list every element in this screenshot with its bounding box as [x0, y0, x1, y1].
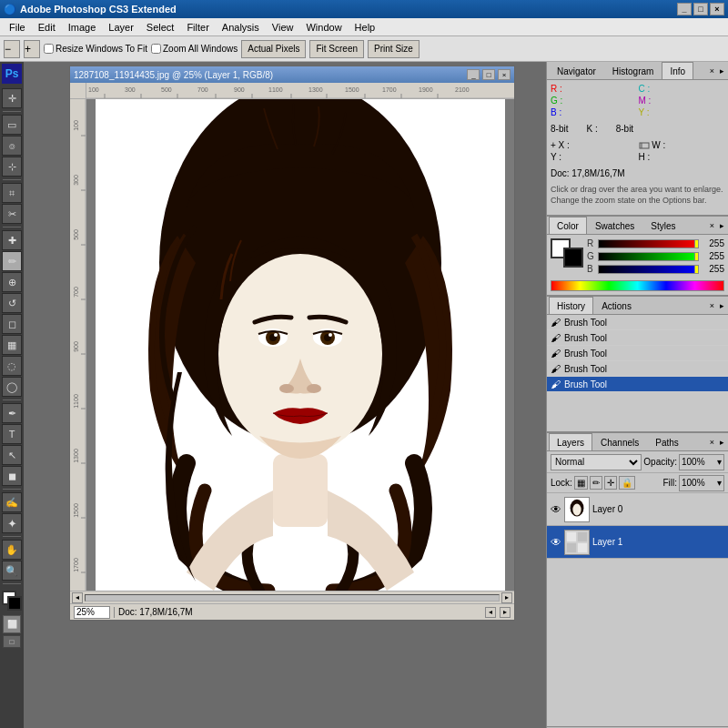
tool-move[interactable]: ✛: [2, 88, 22, 108]
tab-history[interactable]: History: [549, 297, 593, 314]
tab-layers[interactable]: Layers: [549, 433, 592, 450]
tool-notes[interactable]: ✍: [2, 492, 22, 512]
tool-slice[interactable]: ✂: [2, 204, 22, 224]
tool-type[interactable]: T: [2, 424, 22, 444]
h-scrollbar[interactable]: ◂ ▸: [70, 591, 514, 603]
h-scroll-track[interactable]: [85, 594, 500, 602]
layers-panel-close[interactable]: ×: [708, 438, 716, 447]
tab-paths[interactable]: Paths: [647, 433, 687, 450]
nav-panel-menu[interactable]: ▸: [718, 66, 726, 76]
nav-panel-close[interactable]: ×: [708, 66, 716, 76]
scroll-right-button[interactable]: ▸: [501, 592, 512, 603]
tool-dodge[interactable]: ◯: [2, 377, 22, 397]
color-panel-close[interactable]: ×: [708, 221, 716, 230]
menu-select[interactable]: Select: [141, 21, 180, 34]
tool-clone[interactable]: ⊕: [2, 272, 22, 292]
history-item-4[interactable]: 🖌 Brush Tool: [547, 361, 728, 377]
tab-swatches[interactable]: Swatches: [587, 217, 642, 234]
menu-file[interactable]: File: [4, 21, 31, 34]
tool-pen[interactable]: ✒: [2, 403, 22, 423]
history-item-3[interactable]: 🖌 Brush Tool: [547, 346, 728, 361]
doc-maximize[interactable]: □: [482, 69, 495, 80]
g-slider[interactable]: [598, 252, 699, 261]
opacity-input[interactable]: 100% ▾: [679, 454, 724, 470]
history-item-1[interactable]: 🖌 Brush Tool: [547, 315, 728, 330]
tool-shape[interactable]: ◼: [2, 466, 22, 486]
close-button[interactable]: ×: [710, 3, 724, 15]
tool-hand[interactable]: ✋: [2, 540, 22, 560]
fg-bg-swatch[interactable]: [551, 238, 583, 268]
r-slider[interactable]: [598, 239, 699, 248]
tool-blur[interactable]: ◌: [2, 356, 22, 376]
tab-actions[interactable]: Actions: [593, 297, 640, 314]
tool-history-brush[interactable]: ↺: [2, 293, 22, 313]
canvas-container[interactable]: [86, 99, 514, 591]
color-spectrum[interactable]: [551, 280, 724, 291]
menu-edit[interactable]: Edit: [33, 21, 61, 34]
b-slider[interactable]: [598, 265, 699, 274]
menu-analysis[interactable]: Analysis: [217, 21, 265, 34]
menu-view[interactable]: View: [267, 21, 299, 34]
minimize-button[interactable]: _: [677, 3, 692, 15]
tool-marquee[interactable]: ▭: [2, 115, 22, 135]
layers-panel-menu[interactable]: ▸: [718, 438, 726, 447]
blend-mode-select[interactable]: Normal: [551, 454, 642, 470]
print-size-button[interactable]: Print Size: [368, 40, 420, 58]
tab-histogram[interactable]: Histogram: [604, 62, 662, 79]
history-panel-close[interactable]: ×: [708, 301, 716, 310]
menu-help[interactable]: Help: [349, 21, 381, 34]
tool-crop[interactable]: ⌗: [2, 183, 22, 203]
layer-1-visibility[interactable]: 👁: [551, 536, 561, 549]
lock-transparent-btn[interactable]: ▦: [574, 476, 588, 490]
tool-eraser[interactable]: ◻: [2, 314, 22, 334]
tool-gradient[interactable]: ▦: [2, 335, 22, 355]
color-panel-menu[interactable]: ▸: [718, 221, 726, 230]
zoom-in-button[interactable]: +: [24, 40, 40, 58]
zoom-all-checkbox[interactable]: Zoom All Windows: [151, 44, 238, 54]
layer-item-1[interactable]: 👁 Layer 1: [547, 526, 728, 559]
scroll-right2[interactable]: ▸: [500, 607, 511, 618]
doc-close[interactable]: ×: [498, 69, 511, 80]
lock-position-btn[interactable]: ✛: [604, 476, 617, 490]
tab-color[interactable]: Color: [549, 217, 587, 234]
layer-0-visibility[interactable]: 👁: [551, 503, 561, 516]
screen-mode-button[interactable]: □: [3, 635, 21, 648]
tab-info[interactable]: Info: [662, 62, 693, 79]
menu-layer[interactable]: Layer: [103, 21, 139, 34]
tool-path-select[interactable]: ↖: [2, 445, 22, 465]
ruler-corner: [70, 83, 86, 99]
tab-navigator[interactable]: Navigator: [549, 62, 604, 79]
lock-image-btn[interactable]: ✏: [590, 476, 602, 490]
quick-mask-button[interactable]: ⬜: [3, 615, 21, 633]
fit-screen-button[interactable]: Fit Screen: [309, 40, 364, 58]
bg-color[interactable]: [563, 248, 583, 268]
lock-all-btn[interactable]: 🔒: [619, 476, 635, 490]
fg-bg-color-swatch[interactable]: [2, 591, 22, 611]
history-item-5[interactable]: 🖌 Brush Tool: [547, 377, 728, 392]
tab-channels[interactable]: Channels: [592, 433, 647, 450]
menu-window[interactable]: Window: [300, 21, 347, 34]
menu-image[interactable]: Image: [63, 21, 102, 34]
tool-healing[interactable]: ✚: [2, 230, 22, 250]
fill-input[interactable]: 100% ▾: [679, 475, 724, 491]
history-panel-menu[interactable]: ▸: [718, 301, 726, 310]
tool-brush[interactable]: ✏: [2, 251, 22, 271]
doc-minimize[interactable]: _: [467, 69, 480, 80]
history-item-2[interactable]: 🖌 Brush Tool: [547, 330, 728, 346]
scroll-left-button[interactable]: ◂: [72, 592, 83, 603]
tool-lasso[interactable]: ⌾: [2, 136, 22, 156]
actual-pixels-button[interactable]: Actual Pixels: [241, 40, 306, 58]
scroll-left2[interactable]: ◂: [485, 607, 496, 618]
tool-magic-wand[interactable]: ⊹: [2, 157, 22, 177]
zoom-out-button[interactable]: −: [4, 40, 20, 58]
menu-filter[interactable]: Filter: [181, 21, 214, 34]
tool-zoom[interactable]: 🔍: [2, 561, 22, 581]
zoom-input[interactable]: 25%: [74, 606, 110, 619]
title-bar-controls[interactable]: _ □ ×: [677, 3, 724, 15]
tab-styles[interactable]: Styles: [642, 217, 683, 234]
layer-item-0[interactable]: 👁 Layer 0: [547, 493, 728, 526]
resize-windows-checkbox[interactable]: Resize Windows To Fit: [44, 44, 147, 54]
tool-eyedropper[interactable]: ✦: [2, 513, 22, 533]
maximize-button[interactable]: □: [693, 3, 708, 15]
doc-title-controls[interactable]: _ □ ×: [467, 69, 511, 81]
